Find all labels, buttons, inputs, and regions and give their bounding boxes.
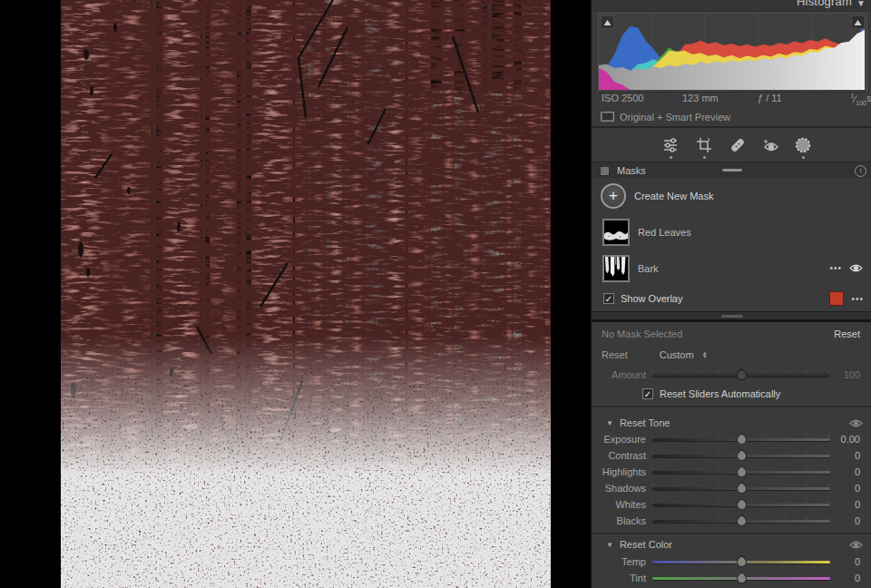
shutter-speed: 1⁄100 sec (851, 93, 866, 106)
amount-label: Amount (592, 369, 652, 380)
healing-tool-icon[interactable] (728, 135, 748, 155)
collapse-triangle-icon[interactable]: ▼ (606, 419, 613, 427)
slider-blacks[interactable] (652, 515, 830, 526)
preview-label: Original + Smart Preview (620, 112, 730, 122)
slider-value: 0 (830, 573, 871, 583)
mask-item-red-leaves[interactable]: Red Leaves (592, 214, 871, 250)
create-new-mask-row[interactable]: + Create New Mask (592, 178, 871, 214)
masks-panel-header[interactable]: Masks ! (592, 162, 871, 180)
mask-options-icon[interactable]: ••• (829, 263, 842, 273)
triangle-icon (603, 19, 612, 26)
show-overlay-checkbox[interactable]: ✓ (603, 293, 614, 304)
undergrowth (61, 336, 551, 588)
slider-whites[interactable] (652, 499, 830, 510)
amount-slider[interactable] (652, 369, 830, 380)
iso-value: ISO 2500 (602, 93, 643, 103)
active-dot (670, 156, 672, 159)
resize-handle[interactable] (721, 315, 743, 318)
overlay-color-swatch[interactable] (829, 291, 844, 306)
slider-label: Tint (592, 573, 652, 583)
slider-row-contrast: Contrast0 (592, 447, 871, 464)
slider-label: Shadows (592, 483, 652, 494)
preset-dropdown[interactable]: Custom (660, 349, 694, 360)
mask-status-row: No Mask Selected Reset (592, 325, 871, 343)
slider-value: 0 (830, 483, 871, 494)
slider-highlights[interactable] (652, 466, 830, 477)
smart-preview-status[interactable]: Original + Smart Preview (592, 110, 871, 123)
mask-label: Red Leaves (638, 227, 691, 238)
collapse-triangle-icon[interactable]: ▼ (606, 541, 613, 549)
plus-icon[interactable]: + (601, 183, 626, 209)
slider-shadows[interactable] (652, 483, 830, 494)
slider-value: 0 (830, 499, 871, 510)
overlay-options-icon[interactable]: ••• (851, 294, 864, 304)
slider-value: 0 (830, 556, 871, 567)
mask-thumbnail[interactable] (602, 219, 630, 246)
preset-row: Reset Custom ▲▼ (592, 346, 871, 364)
slider-contrast[interactable] (652, 450, 830, 461)
dropdown-arrows-icon[interactable]: ▲▼ (702, 351, 708, 358)
color-section-header[interactable]: ▼ Reset Color (592, 536, 871, 553)
mask-item-bark[interactable]: Bark ••• (592, 250, 871, 286)
auto-reset-row: ✓ Reset Sliders Automatically (592, 386, 871, 402)
slider-label: Whites (592, 499, 652, 510)
preview-icon (601, 112, 614, 122)
histogram-plot (599, 14, 865, 90)
slider-exposure[interactable] (652, 434, 830, 445)
slider-label: Exposure (592, 434, 652, 445)
slider-tint[interactable] (652, 573, 830, 583)
slider-row-exposure: Exposure0.00 (592, 431, 871, 447)
histogram[interactable] (598, 13, 867, 93)
exif-info-row: ISO 2500 123 mm ƒ / 11 1⁄100 sec (592, 93, 871, 106)
crop-tool-icon[interactable] (694, 135, 714, 155)
reset-button[interactable]: Reset (834, 328, 860, 339)
histogram-panel-header[interactable]: Histogram ▼ (592, 0, 871, 12)
histogram-title: Histogram (797, 0, 852, 8)
info-icon[interactable]: ! (855, 165, 866, 177)
eye-icon[interactable] (849, 263, 863, 273)
collapse-triangle-icon[interactable]: ▼ (856, 0, 866, 8)
no-mask-selected-label: No Mask Selected (602, 328, 682, 339)
shadow-clipping-indicator[interactable] (601, 15, 614, 29)
focal-length: 123 mm (682, 93, 719, 103)
red-eye-tool-icon[interactable] (761, 135, 781, 155)
mask-label: Bark (638, 263, 659, 274)
divider (592, 319, 871, 322)
color-header-label: Reset Color (620, 539, 672, 550)
eye-icon[interactable] (849, 540, 863, 550)
highlight-clipping-indicator[interactable] (851, 15, 865, 29)
tone-section-header[interactable]: ▼ Reset Tone (592, 415, 871, 431)
develop-right-panel: Histogram ▼ ISO 2500 123 mm ƒ / 11 1⁄100… (591, 0, 871, 588)
panel-mode-icon[interactable] (600, 166, 610, 176)
show-overlay-row: ✓ Show Overlay ••• (592, 286, 871, 311)
edit-sliders-tool-icon[interactable] (661, 135, 680, 155)
color-sliders: Temp0Tint0 (592, 554, 871, 586)
active-dot (802, 156, 805, 159)
active-dot (703, 156, 706, 159)
amount-value: 100 (830, 369, 871, 380)
tool-strip (592, 128, 871, 162)
slider-row-temp: Temp0 (592, 554, 871, 570)
mask-thumbnail[interactable] (602, 255, 630, 282)
create-mask-label: Create New Mask (634, 191, 713, 201)
drag-handle[interactable] (722, 169, 742, 172)
slider-temp[interactable] (652, 556, 830, 567)
tone-header-label: Reset Tone (620, 417, 670, 428)
slider-row-tint: Tint0 (592, 570, 871, 586)
triangle-icon (854, 19, 862, 26)
slider-label: Blacks (592, 515, 652, 526)
reset-label: Reset (602, 349, 628, 360)
slider-row-blacks: Blacks0 (592, 513, 871, 529)
auto-reset-checkbox[interactable]: ✓ (642, 388, 653, 399)
photo-canvas[interactable] (61, 0, 551, 588)
divider (592, 406, 871, 407)
slider-value: 0 (830, 450, 871, 461)
lightroom-develop-view: Histogram ▼ ISO 2500 123 mm ƒ / 11 1⁄100… (0, 0, 871, 588)
slider-label: Contrast (592, 450, 652, 461)
eye-icon[interactable] (849, 418, 863, 428)
slider-row-whites: Whites0 (592, 496, 871, 513)
masking-tool-icon[interactable] (793, 135, 813, 155)
slider-label: Highlights (592, 466, 652, 477)
masks-title: Masks (617, 165, 646, 176)
slider-label: Temp (592, 556, 652, 567)
